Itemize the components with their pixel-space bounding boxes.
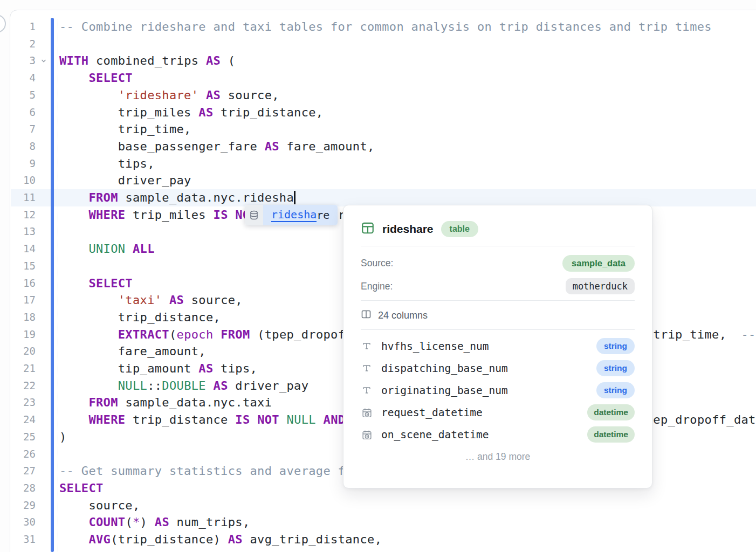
source-row: Source: sample_data [361, 254, 635, 272]
line-number[interactable]: 16 [13, 275, 36, 292]
code-text: -- Combine rideshare and taxi tables for… [59, 18, 712, 36]
table-type-badge: table [441, 221, 478, 237]
line-number[interactable]: 17 [13, 292, 36, 309]
code-line-30[interactable]: 30 COUNT(*) AS num_trips, [0, 514, 756, 531]
column-name: hvfhs_license_num [381, 340, 588, 353]
divider [361, 300, 635, 301]
code-line-5[interactable]: 5 'rideshare' AS source, [0, 87, 756, 104]
code-text: 'taxi' AS source, [59, 292, 243, 309]
code-line-3[interactable]: 3WITH combined_trips AS ( [0, 52, 756, 70]
code-line-2[interactable]: 2 [0, 36, 756, 53]
code-line-11[interactable]: 11 FROM sample_data.nyc.ridesha [0, 189, 756, 206]
line-number[interactable]: 19 [13, 326, 36, 343]
column-name: on_scene_datetime [381, 429, 579, 441]
line-number[interactable]: 32 [13, 548, 36, 552]
line-number[interactable]: 7 [13, 121, 36, 138]
line-number[interactable]: 13 [13, 223, 36, 240]
line-number[interactable]: 5 [13, 87, 36, 104]
table-info-card: rideshare table Source: sample_data Engi… [343, 205, 652, 488]
line-number[interactable]: 25 [13, 429, 36, 446]
text-type-icon [361, 341, 373, 351]
line-number[interactable]: 3 [13, 52, 36, 70]
code-line-7[interactable]: 7 trip_time, [0, 121, 756, 138]
line-number[interactable]: 22 [13, 377, 36, 395]
line-number[interactable]: 1 [13, 18, 36, 36]
columns-count-label: 24 columns [378, 310, 428, 321]
line-number[interactable]: 28 [13, 480, 36, 497]
code-text: 'rideshare' AS source, [59, 87, 279, 104]
code-text: WITH combined_trips AS ( [59, 52, 235, 70]
code-text: ) [59, 429, 67, 446]
column-type-badge: string [596, 338, 635, 354]
column-row-dispatching_base_num: dispatching_base_numstring [361, 357, 635, 379]
autocomplete-item-rideshare[interactable]: rideshare [263, 205, 338, 225]
columns-count-row: 24 columns [361, 308, 428, 323]
code-text: base_passenger_fare AS fare_amount, [59, 138, 375, 155]
text-type-icon [361, 385, 373, 396]
line-number[interactable]: 8 [13, 138, 36, 155]
line-number[interactable]: 21 [13, 360, 36, 377]
code-line-31[interactable]: 31 AVG(trip_distance) AS avg_trip_distan… [0, 531, 756, 548]
line-number[interactable]: 9 [13, 155, 36, 172]
line-number[interactable]: 6 [13, 104, 36, 121]
code-text: fare_amount, [59, 343, 206, 360]
code-text: NULL::DOUBLE AS driver_pay [59, 377, 308, 395]
code-line-6[interactable]: 6 trip_miles AS trip_distance, [0, 104, 756, 121]
engine-label: Engine: [361, 281, 393, 292]
column-type-badge: string [596, 360, 635, 376]
code-line-1[interactable]: 1-- Combine rideshare and taxi tables fo… [0, 18, 756, 36]
line-number[interactable]: 2 [13, 36, 36, 53]
code-line-9[interactable]: 9 tips, [0, 155, 756, 172]
column-row-on_scene_datetime: on_scene_datetimedatetime [361, 424, 635, 445]
column-type-badge: datetime [587, 404, 635, 420]
engine-value-badge: motherduck [566, 278, 635, 294]
line-number[interactable]: 26 [13, 446, 36, 463]
column-type-badge: string [596, 382, 635, 398]
code-text: AVG(trip_distance) AS avg_trip_distance, [59, 531, 382, 548]
line-number[interactable]: 12 [13, 206, 36, 224]
code-text: SELECT [59, 70, 133, 87]
autocomplete-popup[interactable]: rideshare [245, 205, 338, 225]
code-line-8[interactable]: 8 base_passenger_fare AS fare_amount, [0, 138, 756, 155]
line-number[interactable]: 20 [13, 343, 36, 360]
code-text: FROM sample_data.nyc.taxi [59, 394, 272, 411]
code-text: trip_miles AS trip_distance, [59, 104, 323, 121]
column-name: request_datetime [381, 406, 579, 419]
code-text: COUNT(*) AS num_trips, [59, 514, 250, 531]
calendar-clock-icon [361, 407, 373, 418]
table-info-header: rideshare table [361, 219, 635, 239]
code-text: source, [59, 497, 140, 514]
line-number[interactable]: 14 [13, 240, 36, 258]
code-text: trip_time, [59, 121, 191, 138]
code-line-4[interactable]: 4 SELECT [0, 70, 756, 87]
code-line-32[interactable]: 32 AVG(trip_time) AS avg_trip_time, [0, 548, 756, 552]
code-text: SELECT [59, 275, 133, 292]
fold-chevron-down-icon[interactable] [39, 52, 49, 70]
line-number[interactable]: 30 [13, 514, 36, 531]
text-type-icon [361, 363, 373, 374]
code-line-29[interactable]: 29 source, [0, 497, 756, 514]
line-number[interactable]: 18 [13, 309, 36, 326]
line-number[interactable]: 4 [13, 70, 36, 87]
line-number[interactable]: 27 [13, 463, 36, 480]
line-number[interactable]: 31 [13, 531, 36, 548]
code-text: SELECT [59, 480, 104, 497]
line-number[interactable]: 15 [13, 258, 36, 275]
line-number[interactable]: 11 [13, 189, 36, 206]
code-text: AVG(trip_time) AS avg_trip_time, [59, 548, 323, 552]
sql-editor-screen: 1-- Combine rideshare and taxi tables fo… [0, 0, 756, 552]
code-line-10[interactable]: 10 driver_pay [0, 172, 756, 189]
divider [361, 246, 635, 246]
code-text: tips, [59, 155, 155, 172]
line-number[interactable]: 24 [13, 411, 36, 429]
code-text: trip_distance, [59, 309, 221, 326]
column-name: originating_base_num [381, 384, 588, 397]
line-number[interactable]: 10 [13, 172, 36, 189]
calendar-clock-icon [361, 429, 373, 440]
line-number[interactable]: 23 [13, 394, 36, 411]
source-label: Source: [361, 258, 393, 269]
divider [361, 329, 635, 330]
more-columns-label: … and 19 more [343, 451, 652, 463]
column-row-hvfhs_license_num: hvfhs_license_numstring [361, 335, 635, 357]
line-number[interactable]: 29 [13, 497, 36, 514]
